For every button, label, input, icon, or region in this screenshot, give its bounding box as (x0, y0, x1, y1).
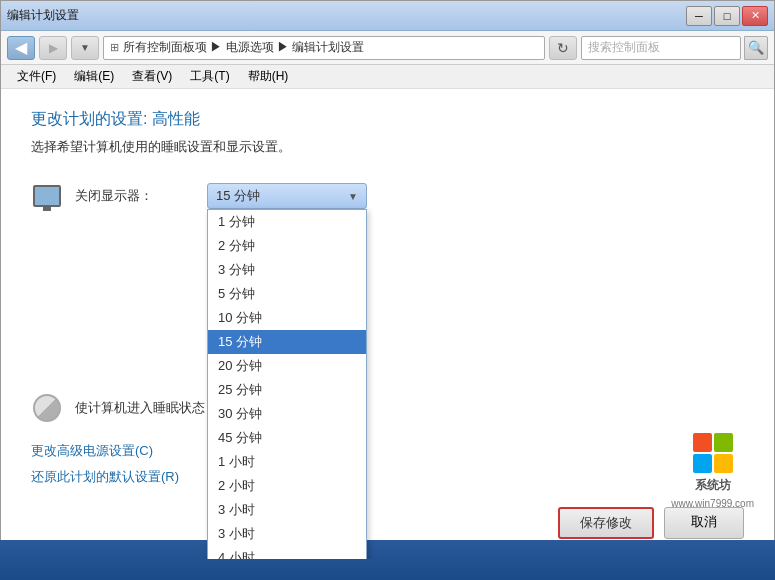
address-path: 所有控制面板项 ▶ 电源选项 ▶ 编辑计划设置 (123, 39, 364, 56)
watermark: 系统坊 www.win7999.com (671, 433, 754, 509)
monitor-icon (33, 185, 61, 207)
logo-green (714, 433, 733, 452)
dropdown-item-14[interactable]: 3 小时 (208, 522, 366, 546)
restore-defaults-link[interactable]: 还原此计划的默认设置(R) (31, 468, 744, 486)
advanced-settings-link[interactable]: 更改高级电源设置(C) (31, 442, 744, 460)
title-controls: ─ □ ✕ (686, 6, 768, 26)
dropdown-arrow-button[interactable]: ▼ (71, 36, 99, 60)
sleep-icon (33, 394, 61, 422)
dropdown-item-12[interactable]: 2 小时 (208, 474, 366, 498)
dropdown-list: 1 分钟 2 分钟 3 分钟 5 分钟 10 分钟 15 分钟 20 分钟 25… (207, 209, 367, 559)
minimize-button[interactable]: ─ (686, 6, 712, 26)
monitor-label: 关闭显示器： (75, 187, 195, 205)
address-field[interactable]: ⊞ 所有控制面板项 ▶ 电源选项 ▶ 编辑计划设置 (103, 36, 545, 60)
title-bar-text: 编辑计划设置 (7, 7, 686, 24)
logo-yellow (714, 454, 733, 473)
logo-blue (693, 454, 712, 473)
maximize-button[interactable]: □ (714, 6, 740, 26)
save-button[interactable]: 保存修改 (558, 507, 654, 539)
monitor-dropdown-wrapper: 15 分钟 ▼ 1 分钟 2 分钟 3 分钟 5 分钟 10 分钟 15 分钟 … (207, 183, 367, 209)
menu-tools[interactable]: 工具(T) (182, 66, 237, 87)
windows-logo (693, 433, 733, 473)
dropdown-item-1[interactable]: 1 分钟 (208, 210, 366, 234)
page-subtitle: 选择希望计算机使用的睡眠设置和显示设置。 (31, 138, 744, 156)
dropdown-item-15[interactable]: 4 小时 (208, 546, 366, 559)
menu-file[interactable]: 文件(F) (9, 66, 64, 87)
logo-red (693, 433, 712, 452)
sleep-row: 使计算机进入睡眠状态： (31, 392, 744, 424)
menu-edit[interactable]: 编辑(E) (66, 66, 122, 87)
search-placeholder: 搜索控制面板 (588, 39, 660, 56)
dropdown-item-3[interactable]: 3 分钟 (208, 258, 366, 282)
dropdown-arrow-icon: ▼ (348, 191, 358, 202)
menu-view[interactable]: 查看(V) (124, 66, 180, 87)
taskbar (0, 540, 775, 580)
dropdown-item-4[interactable]: 5 分钟 (208, 282, 366, 306)
title-bar: 编辑计划设置 ─ □ ✕ (1, 1, 774, 31)
refresh-button[interactable]: ↻ (549, 36, 577, 60)
page-title: 更改计划的设置: 高性能 (31, 109, 744, 130)
dropdown-item-9[interactable]: 30 分钟 (208, 402, 366, 426)
monitor-icon-container (31, 180, 63, 212)
watermark-subtext: www.win7999.com (671, 498, 754, 509)
sleep-icon-container (31, 392, 63, 424)
forward-button[interactable]: ▶ (39, 36, 67, 60)
content-area: 更改计划的设置: 高性能 选择希望计算机使用的睡眠设置和显示设置。 关闭显示器：… (1, 89, 774, 559)
dropdown-item-2[interactable]: 2 分钟 (208, 234, 366, 258)
dropdown-item-5[interactable]: 10 分钟 (208, 306, 366, 330)
dropdown-item-13[interactable]: 3 小时 (208, 498, 366, 522)
main-window: 编辑计划设置 ─ □ ✕ ◀ ▶ ▼ ⊞ 所有控制面板项 ▶ 电源选项 ▶ 编辑… (0, 0, 775, 560)
monitor-dropdown-value: 15 分钟 (216, 187, 260, 205)
dropdown-item-10[interactable]: 45 分钟 (208, 426, 366, 450)
address-bar: ◀ ▶ ▼ ⊞ 所有控制面板项 ▶ 电源选项 ▶ 编辑计划设置 ↻ 搜索控制面板… (1, 31, 774, 65)
dropdown-item-8[interactable]: 25 分钟 (208, 378, 366, 402)
close-button[interactable]: ✕ (742, 6, 768, 26)
links-section: 更改高级电源设置(C) 还原此计划的默认设置(R) (31, 442, 744, 486)
monitor-row: 关闭显示器： 15 分钟 ▼ 1 分钟 2 分钟 3 分钟 5 分钟 10 分钟… (31, 180, 744, 212)
address-icon: ⊞ (110, 41, 119, 54)
back-button[interactable]: ◀ (7, 36, 35, 60)
search-button[interactable]: 🔍 (744, 36, 768, 60)
dropdown-item-6[interactable]: 15 分钟 (208, 330, 366, 354)
footer-buttons: 保存修改 取消 (558, 507, 744, 539)
watermark-text: 系统坊 (695, 477, 731, 494)
search-box[interactable]: 搜索控制面板 (581, 36, 741, 60)
dropdown-item-7[interactable]: 20 分钟 (208, 354, 366, 378)
menu-help[interactable]: 帮助(H) (240, 66, 297, 87)
monitor-dropdown[interactable]: 15 分钟 ▼ (207, 183, 367, 209)
cancel-button[interactable]: 取消 (664, 507, 744, 539)
menu-bar: 文件(F) 编辑(E) 查看(V) 工具(T) 帮助(H) (1, 65, 774, 89)
dropdown-item-11[interactable]: 1 小时 (208, 450, 366, 474)
sleep-label: 使计算机进入睡眠状态： (75, 399, 218, 417)
